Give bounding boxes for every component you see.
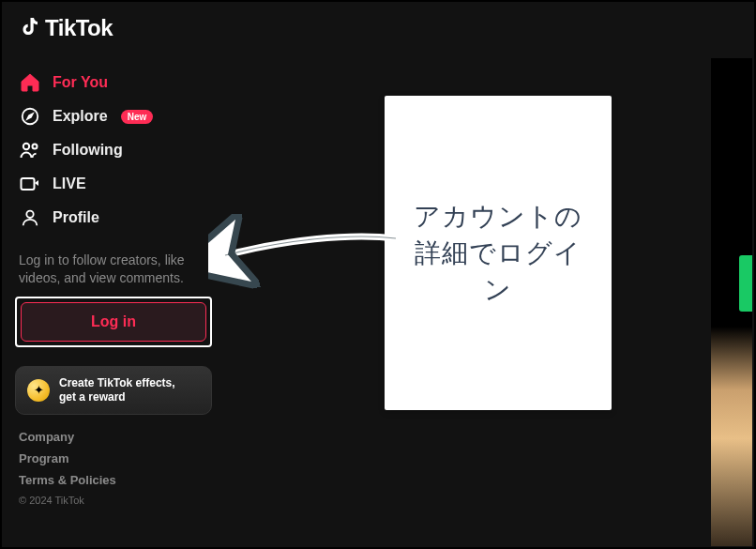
annotation-text: アカウントの詳細でログイン bbox=[403, 198, 593, 309]
footer-link-company[interactable]: Company bbox=[19, 430, 208, 444]
sidebar-item-explore[interactable]: Explore New bbox=[15, 99, 212, 133]
create-effects-card[interactable]: ✦ Create TikTok effects, get a reward bbox=[15, 366, 212, 415]
svg-point-2 bbox=[33, 145, 38, 149]
logo-text: TikTok bbox=[45, 15, 113, 41]
nav-label: Profile bbox=[53, 209, 99, 226]
live-icon bbox=[19, 173, 41, 195]
logo[interactable]: TikTok bbox=[19, 15, 113, 41]
feed-side-tab[interactable] bbox=[739, 255, 752, 312]
login-button-highlight: Log in bbox=[15, 297, 212, 347]
footer: Company Program Terms & Policies © 2024 … bbox=[15, 430, 212, 506]
footer-link-program[interactable]: Program bbox=[19, 451, 208, 465]
home-icon bbox=[19, 71, 41, 94]
app-frame: TikTok For You Explore New Following bbox=[0, 0, 756, 549]
login-hint-text: Log in to follow creators, like videos, … bbox=[19, 252, 208, 287]
coin-icon: ✦ bbox=[27, 379, 50, 402]
svg-point-4 bbox=[26, 211, 33, 218]
annotation-callout: アカウントの詳細でログイン bbox=[385, 96, 612, 410]
login-button[interactable]: Log in bbox=[21, 302, 206, 342]
footer-link-terms[interactable]: Terms & Policies bbox=[19, 473, 208, 487]
nav-label: Explore bbox=[53, 108, 108, 125]
nav-label: Following bbox=[53, 142, 123, 159]
effects-text: Create TikTok effects, get a reward bbox=[59, 376, 175, 404]
sidebar-item-live[interactable]: LIVE bbox=[15, 167, 212, 201]
nav-label: For You bbox=[53, 74, 108, 91]
annotation-arrow bbox=[208, 214, 405, 298]
sidebar-item-profile[interactable]: Profile bbox=[15, 201, 212, 235]
copyright-text: © 2024 TikTok bbox=[19, 495, 208, 506]
profile-icon bbox=[19, 206, 41, 229]
following-icon bbox=[19, 139, 41, 161]
new-badge: New bbox=[121, 110, 154, 124]
tiktok-note-icon bbox=[19, 15, 41, 41]
compass-icon bbox=[19, 105, 41, 128]
svg-rect-3 bbox=[22, 178, 35, 190]
sidebar-item-following[interactable]: Following bbox=[15, 133, 212, 167]
svg-point-1 bbox=[23, 144, 29, 149]
sidebar-item-for-you[interactable]: For You bbox=[15, 66, 212, 99]
nav-label: LIVE bbox=[53, 175, 86, 192]
sidebar: For You Explore New Following LIVE bbox=[15, 66, 212, 506]
